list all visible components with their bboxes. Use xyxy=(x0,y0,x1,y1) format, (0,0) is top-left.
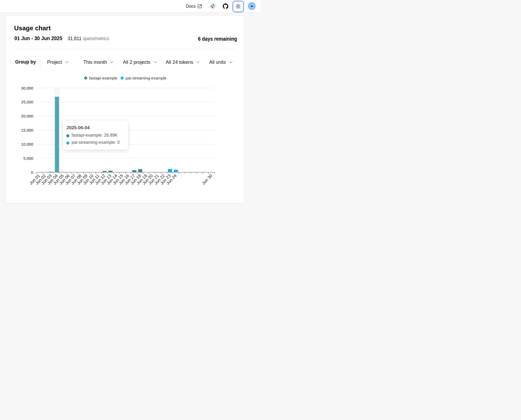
svg-text:0: 0 xyxy=(31,170,33,174)
svg-text:20,000: 20,000 xyxy=(21,114,33,118)
svg-text:5,000: 5,000 xyxy=(23,156,34,160)
svg-text:pai-streaming-example: pai-streaming-example xyxy=(126,76,167,80)
svg-text:30,000: 30,000 xyxy=(21,86,33,90)
svg-text:15,000: 15,000 xyxy=(21,128,33,132)
svg-text:Jun 30: Jun 30 xyxy=(201,173,213,186)
svg-text:25,000: 25,000 xyxy=(21,100,33,104)
svg-text:10,000: 10,000 xyxy=(21,142,33,146)
svg-text:fastapi-example: fastapi-example xyxy=(89,76,117,80)
